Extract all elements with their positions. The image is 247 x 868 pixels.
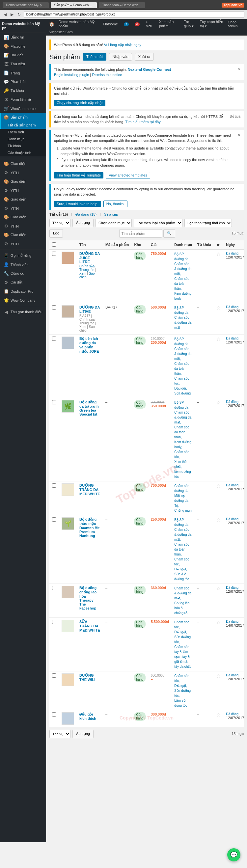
row-checkbox[interactable]: [50, 303, 59, 334]
star-toggle[interactable]: ☆: [216, 586, 221, 591]
sidebar-item-giaodien5[interactable]: 🎨 Giao diện: [0, 230, 46, 239]
star-toggle[interactable]: ☆: [216, 673, 221, 679]
star-toggle[interactable]: ☆: [216, 252, 221, 257]
row-featured[interactable]: ☆: [214, 515, 223, 584]
sidebar-item-sanpham[interactable]: 📦 Sản phẩm: [0, 113, 46, 122]
sidebar-item-extensions[interactable]: 📱 Gọi mở rộng: [0, 251, 46, 260]
th-category[interactable]: Danh mục: [172, 240, 194, 250]
row-checkbox[interactable]: [50, 249, 59, 303]
row-checkbox[interactable]: [50, 617, 59, 671]
sidebar-item-yith1[interactable]: ⚙ YITH: [0, 168, 46, 177]
url-input[interactable]: [24, 11, 244, 18]
row-featured[interactable]: ☆: [214, 617, 223, 671]
product-name-link[interactable]: SỮA TRẮNG DA MEDIWHITE: [80, 620, 100, 632]
star-toggle[interactable]: ☆: [216, 400, 221, 405]
sidebar-item-giaodien3[interactable]: 🎨 Giao diện: [0, 195, 46, 204]
edit-link[interactable]: Chỉnh sửa: [80, 265, 94, 268]
apply-button[interactable]: Áp dụng: [72, 219, 94, 227]
row-featured[interactable]: ☆: [214, 334, 223, 398]
row-featured[interactable]: ☆: [214, 249, 223, 303]
row-checkbox[interactable]: [50, 481, 59, 515]
sidebar-item-yith4[interactable]: ⚙ YITH: [0, 222, 46, 230]
sidebar-item-allproducts[interactable]: Tất cả sản phẩm: [0, 122, 46, 129]
help-no-button[interactable]: No, thanks.: [103, 200, 128, 207]
sidebar-item-tags2[interactable]: Từ khóa: [0, 143, 46, 150]
sidebar-item-trang[interactable]: 📄 Trang: [0, 68, 46, 78]
product-name-link[interactable]: Đầu gội kích thích: [80, 712, 96, 720]
notice-begin-install[interactable]: Begin installing plugin: [54, 73, 89, 77]
topbar-updates[interactable]: 0: [133, 22, 141, 26]
help-yes-button[interactable]: Sure, I would love to help.: [54, 201, 101, 207]
topbar-flatsome[interactable]: Flatsome: [101, 22, 120, 26]
notice-template-dismiss[interactable]: ✕: [238, 133, 240, 137]
row-checkbox[interactable]: [50, 515, 59, 584]
sidebar-item-yith2[interactable]: ⚙ YITH: [0, 186, 46, 195]
row-checkbox[interactable]: [50, 584, 59, 617]
topbar-new[interactable]: + Mới: [144, 20, 155, 28]
th-date[interactable]: Ngày: [223, 240, 244, 250]
tab-all[interactable]: Tất cả (15): [50, 212, 68, 217]
product-name-link[interactable]: DƯỠNG THÉ WILI: [80, 673, 95, 682]
row-checkbox[interactable]: [50, 671, 59, 710]
sidebar-item-yith3[interactable]: ⚙ YITH: [0, 204, 46, 213]
bottom-apply-button[interactable]: Áp dụng: [72, 730, 94, 738]
import-button[interactable]: Nhập vào: [109, 53, 132, 61]
row-checkbox[interactable]: [50, 398, 59, 481]
product-name-link[interactable]: DƯỠNG DA JUICE LITRE: [80, 252, 100, 264]
notice-https-link[interactable]: Tìm hiểu thêm tại đây: [125, 120, 161, 124]
add-product-button[interactable]: Thêm mới: [83, 53, 106, 61]
sidebar-item-giaodien2[interactable]: 🎨 Giao diện: [0, 177, 46, 186]
sidebar-item-phanhoi[interactable]: 💬 Phản hồi: [0, 78, 46, 86]
row-checkbox[interactable]: [50, 710, 59, 727]
sidebar-item-wowcompany[interactable]: 🌟 Wow-Company: [0, 296, 46, 305]
th-price[interactable]: Giá: [148, 240, 172, 250]
row-featured[interactable]: ☆: [214, 398, 223, 481]
search-input[interactable]: [119, 229, 162, 238]
th-tags[interactable]: Từ khóa: [195, 240, 214, 250]
sidebar-item-giaodien4[interactable]: 🎨 Giao diện: [0, 213, 46, 222]
sidebar-item-flatsome[interactable]: 🎨 Flatsome: [0, 42, 46, 51]
th-name[interactable]: Tên: [77, 240, 103, 250]
type-filter[interactable]: Lọc theo loại sản phẩm: [134, 219, 182, 227]
product-name-link[interactable]: Bộ tiên ích dưỡng da và phần nước JOPE: [80, 337, 99, 353]
sidebar-item-tools[interactable]: 🔧 Công cụ: [0, 269, 46, 278]
row-featured[interactable]: ☆: [214, 710, 223, 727]
sidebar-item-settings[interactable]: ⚙ Cài đặt: [0, 278, 46, 287]
topbar-view[interactable]: Xem sản phẩm: [157, 20, 181, 28]
th-sku[interactable]: Mã sản phẩm: [103, 240, 131, 250]
star-toggle[interactable]: ☆: [216, 712, 221, 717]
action-select[interactable]: Tác vụ Sửa Xóa: [50, 219, 70, 227]
view-link[interactable]: Xem: [80, 272, 86, 275]
select-all-checkbox[interactable]: [52, 242, 56, 247]
sidebar-item-baiviet[interactable]: 📝 Bài viết: [0, 51, 46, 60]
notice-dismiss-link[interactable]: Dismiss this notice: [92, 73, 122, 77]
sidebar-item-yith5[interactable]: ⚙ YITH: [0, 239, 46, 248]
topbar-site-name[interactable]: Demo website bán Mỹ phẩm: [57, 20, 99, 28]
sidebar-item-woocommerce[interactable]: 🛒 WooCommerce: [0, 104, 46, 113]
row-featured[interactable]: ☆: [214, 584, 223, 617]
product-name-link[interactable]: DƯỠNG DA LITIVE: [80, 305, 100, 313]
run-update-button[interactable]: Chạy chương trình cập nhật: [54, 100, 105, 106]
th-featured[interactable]: ★: [214, 240, 223, 250]
row-featured[interactable]: ☆: [214, 671, 223, 710]
star-toggle[interactable]: ☆: [216, 517, 221, 523]
star-toggle[interactable]: ☆: [216, 484, 221, 489]
filter-button[interactable]: Lọc: [50, 229, 63, 238]
forward-btn[interactable]: ▶: [9, 12, 14, 17]
export-button[interactable]: Xuất ra: [135, 53, 154, 61]
reload-btn[interactable]: ↻: [17, 12, 22, 17]
notice-nextend-link[interactable]: Nextend Google Connect: [128, 67, 171, 71]
th-stock[interactable]: Kho: [131, 240, 148, 250]
help-link[interactable]: Trợ giúp ▾: [184, 20, 197, 28]
notice-https-dismiss[interactable]: Bỏ qua: [230, 114, 240, 119]
star-toggle[interactable]: ☆: [216, 337, 221, 342]
sidebar-item-bangtins[interactable]: 📊 Bảng tin: [0, 33, 46, 42]
sidebar-item-members[interactable]: 👤 Thành viên: [0, 260, 46, 269]
stock-filter[interactable]: Lọc theo trạng thái kho: [184, 219, 232, 227]
sidebar-item-collapse[interactable]: ◀ Thu gọn thanh điều: [0, 308, 46, 316]
row-checkbox[interactable]: [50, 334, 59, 398]
tab-published[interactable]: Đã đăng (15): [75, 212, 96, 217]
back-btn[interactable]: ◀: [3, 12, 7, 17]
tab-2[interactable]: Sản phẩm – Demo website...: [51, 2, 97, 8]
topbar-comments[interactable]: 2: [122, 22, 130, 26]
